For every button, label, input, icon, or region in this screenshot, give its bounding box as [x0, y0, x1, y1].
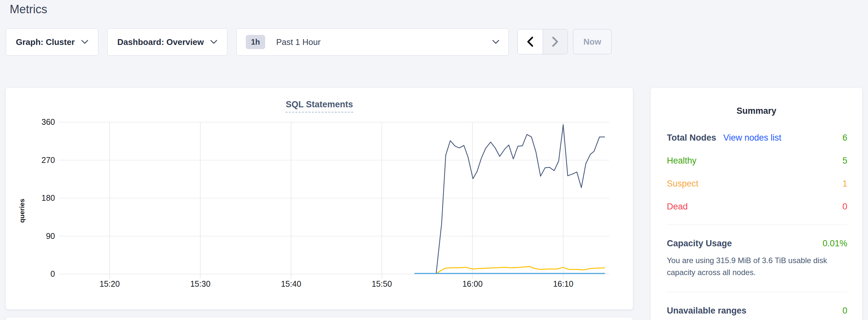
chart-plot-area[interactable] [58, 120, 611, 281]
suspect-nodes-row: Suspect 1 [667, 180, 847, 188]
suspect-value: 1 [842, 180, 847, 188]
chevron-right-icon [551, 36, 559, 47]
chevron-down-icon [210, 40, 217, 44]
healthy-nodes-row: Healthy 5 [667, 156, 847, 165]
y-tick-label: 360 [10, 117, 55, 127]
now-button[interactable]: Now [573, 29, 612, 54]
suspect-label: Suspect [667, 180, 699, 188]
navy-line [436, 125, 605, 274]
x-tick-label: 15:30 [190, 279, 211, 289]
healthy-value: 5 [842, 156, 847, 165]
view-nodes-list-link[interactable]: View nodes list [723, 133, 782, 142]
x-tick-label: 16:00 [462, 279, 483, 289]
total-nodes-label: Total Nodes [667, 133, 716, 142]
chevron-down-icon [492, 40, 499, 44]
now-button-label: Now [583, 37, 601, 47]
graph-dropdown-label: Graph: Cluster [16, 37, 75, 47]
unavailable-ranges-row: Unavailable ranges 0 [667, 307, 847, 315]
y-tick-label: 270 [10, 156, 55, 165]
dashboard-dropdown-label: Dashboard: Overview [117, 37, 204, 47]
dashboard-dropdown[interactable]: Dashboard: Overview [107, 28, 227, 56]
chevron-down-icon [81, 40, 88, 44]
page-title: Metrics [10, 3, 47, 16]
dead-label: Dead [667, 202, 688, 211]
dead-nodes-row: Dead 0 [667, 202, 847, 211]
sql-statements-chart-card: SQL Statements queries 090180270360 15:2… [6, 88, 633, 309]
x-tick-label: 16:10 [553, 279, 574, 289]
capacity-usage-label: Capacity Usage [667, 239, 732, 248]
time-range-badge: 1h [246, 35, 265, 49]
unavailable-ranges-label: Unavailable ranges [667, 307, 746, 315]
capacity-usage-row: Capacity Usage 0.01% [667, 239, 847, 248]
capacity-usage-description: You are using 315.9 MiB of 3.6 TiB usabl… [667, 254, 847, 278]
divider [667, 225, 847, 225]
healthy-label: Healthy [667, 156, 696, 165]
time-range-label: Past 1 Hour [276, 37, 492, 47]
y-axis: 090180270360 [10, 120, 55, 281]
graph-dropdown[interactable]: Graph: Cluster [6, 28, 98, 56]
total-nodes-row: Total Nodes View nodes list 6 [667, 133, 847, 142]
unavailable-ranges-value: 0 [842, 307, 847, 315]
dead-value: 0 [842, 202, 847, 211]
x-tick-label: 15:50 [372, 279, 392, 289]
summary-title: Summary [651, 106, 862, 116]
yellow-line [436, 267, 605, 274]
capacity-usage-value: 0.01% [823, 239, 847, 248]
chart-title[interactable]: SQL Statements [285, 100, 353, 113]
y-tick-label: 180 [10, 193, 55, 203]
next-chart-card [6, 317, 633, 320]
time-pager [518, 29, 568, 54]
y-tick-label: 0 [10, 269, 55, 279]
chevron-left-icon [526, 36, 534, 47]
x-tick-label: 15:20 [100, 279, 120, 289]
summary-panel: Summary Total Nodes View nodes list 6 He… [651, 88, 862, 320]
x-axis: 15:2015:3015:4015:5016:0016:10 [58, 279, 611, 292]
next-timespan-button[interactable] [543, 29, 568, 54]
previous-timespan-button[interactable] [518, 29, 543, 54]
metrics-page: Metrics Graph: Cluster Dashboard: Overvi… [0, 0, 868, 320]
time-range-select[interactable]: 1h Past 1 Hour [237, 28, 509, 56]
total-nodes-value: 6 [842, 133, 847, 142]
x-tick-label: 15:40 [281, 279, 301, 289]
y-tick-label: 90 [10, 231, 55, 241]
